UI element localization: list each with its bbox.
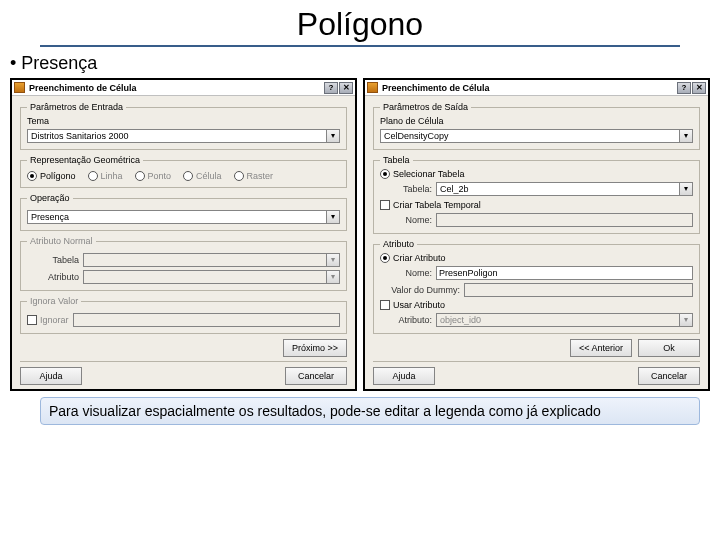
dummy-field: [464, 283, 693, 297]
group-representacao: Representação Geométrica Polígono Linha …: [20, 155, 347, 188]
theme-label: Tema: [27, 116, 340, 126]
nome-attr-label: Nome:: [380, 268, 432, 278]
nome-tabela-field: [436, 213, 693, 227]
app-icon: [14, 82, 25, 93]
left-dialog: Preenchimento de Célula ? ✕ Parâmetros d…: [10, 78, 357, 391]
radio-linha: Linha: [88, 171, 123, 181]
chevron-down-icon[interactable]: ▾: [327, 210, 340, 224]
atributo-select: ▾: [83, 270, 340, 284]
right-window-title: Preenchimento de Célula: [382, 83, 490, 93]
help-icon[interactable]: ?: [677, 82, 691, 94]
chevron-down-icon[interactable]: ▾: [680, 129, 693, 143]
ajuda-button[interactable]: Ajuda: [20, 367, 82, 385]
help-icon[interactable]: ?: [324, 82, 338, 94]
close-icon[interactable]: ✕: [339, 82, 353, 94]
right-dialog: Preenchimento de Célula ? ✕ Parâmetros d…: [363, 78, 710, 391]
operacao-value: Presença: [27, 210, 327, 224]
theme-value: Distritos Sanitarios 2000: [27, 129, 327, 143]
chevron-down-icon: ▾: [327, 270, 340, 284]
radio-criar-atributo[interactable]: Criar Atributo: [380, 253, 693, 263]
group-params-saida: Parâmetros de Saída Plano de Célula CelD…: [373, 102, 700, 150]
radio-poligono[interactable]: Polígono: [27, 171, 76, 181]
close-icon[interactable]: ✕: [692, 82, 706, 94]
plano-label: Plano de Célula: [380, 116, 693, 126]
plano-select[interactable]: CelDensityCopy ▾: [380, 129, 693, 143]
proximo-button[interactable]: Próximo >>: [283, 339, 347, 357]
tabela-value: Cel_2b: [436, 182, 680, 196]
group-ignora-valor: Ignora Valor Ignorar: [20, 296, 347, 334]
radio-raster: Raster: [234, 171, 274, 181]
footer-note: Para visualizar espacialmente os resulta…: [40, 397, 700, 425]
dummy-label: Valor do Dummy:: [380, 285, 460, 295]
left-window-title: Preenchimento de Célula: [29, 83, 137, 93]
tabela-row-label: Tabela:: [380, 184, 432, 194]
legend-ignora: Ignora Valor: [27, 296, 81, 306]
slide-title: Polígono: [40, 6, 680, 47]
atributo-label: Atributo: [27, 272, 79, 282]
legend-saida: Parâmetros de Saída: [380, 102, 471, 112]
plano-value: CelDensityCopy: [380, 129, 680, 143]
legend-atributo-out: Atributo: [380, 239, 417, 249]
panels-container: Preenchimento de Célula ? ✕ Parâmetros d…: [10, 78, 710, 391]
group-params-entrada: Parâmetros de Entrada Tema Distritos San…: [20, 102, 347, 150]
group-atributo-normal: Atributo Normal Tabela ▾ Atributo ▾: [20, 236, 347, 291]
legend-tabela: Tabela: [380, 155, 413, 165]
chevron-down-icon: ▾: [680, 313, 693, 327]
ignorar-field: [73, 313, 340, 327]
usar-atributo-value: object_id0: [436, 313, 680, 327]
atributo-field-label: Atributo:: [380, 315, 432, 325]
anterior-button[interactable]: << Anterior: [570, 339, 632, 357]
usar-atributo-select: object_id0 ▾: [436, 313, 693, 327]
theme-select[interactable]: Distritos Sanitarios 2000 ▾: [27, 129, 340, 143]
chevron-down-icon[interactable]: ▾: [327, 129, 340, 143]
bullet-presenca: • Presença: [10, 53, 710, 74]
left-titlebar: Preenchimento de Célula ? ✕: [12, 80, 355, 96]
operacao-select[interactable]: Presença ▾: [27, 210, 340, 224]
group-operacao: Operação Presença ▾: [20, 193, 347, 231]
usar-atributo-checkbox[interactable]: Usar Atributo: [380, 300, 693, 310]
tabela-select: ▾: [83, 253, 340, 267]
radio-celula: Célula: [183, 171, 222, 181]
legend-params: Parâmetros de Entrada: [27, 102, 126, 112]
legend-operacao: Operação: [27, 193, 73, 203]
legend-repr: Representação Geométrica: [27, 155, 143, 165]
nome-label: Nome:: [380, 215, 432, 225]
radio-ponto: Ponto: [135, 171, 172, 181]
legend-attr-normal: Atributo Normal: [27, 236, 96, 246]
chevron-down-icon: ▾: [327, 253, 340, 267]
group-atributo-out: Atributo Criar Atributo Nome: Valor do D…: [373, 239, 700, 334]
ajuda-button-right[interactable]: Ajuda: [373, 367, 435, 385]
tabela-label: Tabela: [27, 255, 79, 265]
ok-button[interactable]: Ok: [638, 339, 700, 357]
cancelar-button[interactable]: Cancelar: [285, 367, 347, 385]
nome-attr-field[interactable]: [436, 266, 693, 280]
ignorar-checkbox: Ignorar: [27, 315, 69, 325]
radio-selecionar-tabela[interactable]: Selecionar Tabela: [380, 169, 693, 179]
criar-tabela-temporal-checkbox[interactable]: Criar Tabela Temporal: [380, 200, 693, 210]
group-tabela: Tabela Selecionar Tabela Tabela: Cel_2b …: [373, 155, 700, 234]
app-icon: [367, 82, 378, 93]
chevron-down-icon[interactable]: ▾: [680, 182, 693, 196]
cancelar-button-right[interactable]: Cancelar: [638, 367, 700, 385]
tabela-select-right[interactable]: Cel_2b ▾: [436, 182, 693, 196]
right-titlebar: Preenchimento de Célula ? ✕: [365, 80, 708, 96]
